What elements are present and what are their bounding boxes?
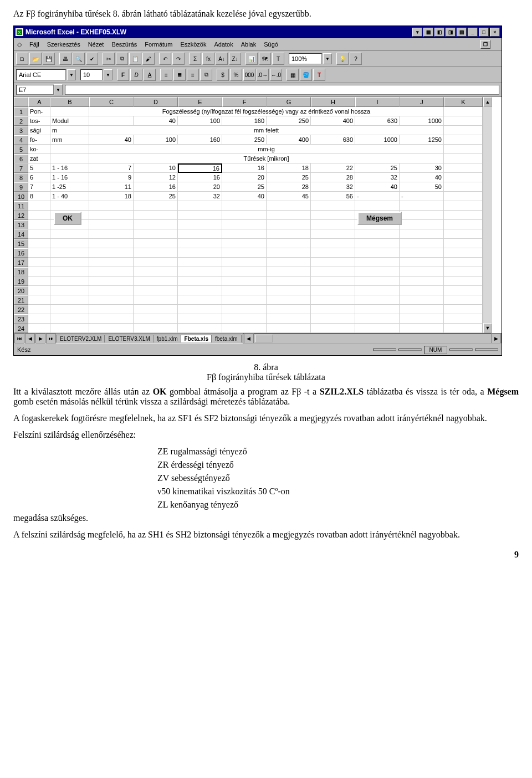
row-header-15[interactable]: 15 [14, 239, 28, 248]
cell-G23[interactable] [267, 314, 311, 324]
cell-A16[interactable] [28, 248, 50, 258]
cell-C24[interactable] [89, 324, 134, 333]
cell-F19[interactable] [222, 277, 267, 286]
cell-H4[interactable]: 630 [311, 135, 355, 145]
cell-B15[interactable] [50, 239, 89, 248]
menu-tools[interactable]: Eszközök [180, 41, 206, 48]
cell-J19[interactable] [400, 277, 444, 286]
row-header-14[interactable]: 14 [14, 229, 28, 239]
cell-D20[interactable] [134, 286, 178, 295]
cell-G8[interactable]: 25 [267, 173, 311, 182]
cell-F16[interactable] [222, 248, 267, 258]
cell-B22[interactable] [50, 305, 89, 314]
cell-F21[interactable] [222, 295, 267, 305]
cell-B23[interactable] [50, 314, 89, 324]
cell-J21[interactable] [400, 295, 444, 305]
cell-D22[interactable] [134, 305, 178, 314]
font-dropdown-icon[interactable]: ▼ [67, 69, 76, 80]
text-icon[interactable]: T [272, 53, 284, 65]
cell-C18[interactable] [89, 267, 134, 277]
cell-I11[interactable] [355, 201, 400, 211]
menu-data[interactable]: Adatok [214, 41, 233, 48]
cell-C12[interactable] [89, 211, 134, 220]
cell-B5[interactable] [50, 145, 89, 154]
row-header-12[interactable]: 12 [14, 211, 28, 220]
cell-I19[interactable] [355, 277, 400, 286]
cell-H19[interactable] [311, 277, 355, 286]
cell-C11[interactable] [89, 201, 134, 211]
comma-icon[interactable]: 000 [243, 69, 255, 81]
row-header-7[interactable]: 7 [14, 163, 28, 173]
cell-C5[interactable]: mm-ig [89, 145, 444, 154]
cell-K15[interactable] [444, 239, 483, 248]
cell-I10[interactable]: - [355, 192, 400, 201]
cell-I2[interactable]: 630 [355, 116, 400, 126]
cell-B1[interactable] [50, 107, 89, 116]
close-button[interactable]: × [490, 28, 500, 37]
cell-H21[interactable] [311, 295, 355, 305]
col-header-B[interactable]: B [50, 97, 89, 107]
menu-system-icon[interactable]: ◇ [17, 41, 22, 48]
cell-K8[interactable] [444, 173, 483, 182]
print-icon[interactable]: 🖶 [59, 53, 71, 65]
cell-I24[interactable] [355, 324, 400, 333]
cell-B18[interactable] [50, 267, 89, 277]
col-header-G[interactable]: G [267, 97, 311, 107]
menu-file[interactable]: Fájl [29, 41, 39, 48]
cell-A14[interactable] [28, 229, 50, 239]
cell-E7[interactable]: 16 [178, 163, 222, 173]
cell-C16[interactable] [89, 248, 134, 258]
hscroll-right-icon[interactable]: ▶ [491, 334, 501, 344]
cell-E23[interactable] [178, 314, 222, 324]
zoom-box[interactable]: 100% [289, 53, 322, 64]
cell-F17[interactable] [222, 258, 267, 267]
menu-insert[interactable]: Beszúrás [111, 41, 137, 48]
autosum-icon[interactable]: Σ [189, 53, 201, 65]
cell-J18[interactable] [400, 267, 444, 277]
open-icon[interactable]: 📂 [29, 53, 42, 65]
cell-A11[interactable] [28, 201, 50, 211]
col-header-F[interactable]: F [222, 97, 267, 107]
cell-E12[interactable] [178, 211, 222, 220]
cell-F9[interactable]: 25 [222, 182, 267, 192]
cell-I7[interactable]: 25 [355, 163, 400, 173]
row-header-18[interactable]: 18 [14, 267, 28, 277]
cell-C9[interactable]: 11 [89, 182, 134, 192]
cell-B10[interactable]: 1 - 40 [50, 192, 89, 201]
cell-G12[interactable] [267, 211, 311, 220]
row-header-4[interactable]: 4 [14, 135, 28, 145]
cell-J15[interactable] [400, 239, 444, 248]
font-size-box[interactable]: 10 [80, 69, 103, 80]
zoom-dropdown-icon[interactable]: ▼ [323, 53, 332, 64]
cell-C4[interactable]: 40 [89, 135, 134, 145]
cell-G18[interactable] [267, 267, 311, 277]
cell-J7[interactable]: 30 [400, 163, 444, 173]
format-painter-icon[interactable]: 🖌 [142, 53, 155, 65]
cell-A21[interactable] [28, 295, 50, 305]
cell-G15[interactable] [267, 239, 311, 248]
merge-center-icon[interactable]: ⧉ [200, 69, 212, 81]
cell-J12[interactable] [400, 211, 444, 220]
cell-J16[interactable] [400, 248, 444, 258]
ok-button[interactable]: OK [54, 212, 81, 225]
preview-icon[interactable]: 🔍 [73, 53, 85, 65]
row-header-23[interactable]: 23 [14, 314, 28, 324]
cell-H8[interactable]: 28 [311, 173, 355, 182]
cell-K11[interactable] [444, 201, 483, 211]
cell-A19[interactable] [28, 277, 50, 286]
sort-desc-icon[interactable]: Z↓ [229, 53, 241, 65]
cell-E17[interactable] [178, 258, 222, 267]
cell-J8[interactable]: 40 [400, 173, 444, 182]
cell-C15[interactable] [89, 239, 134, 248]
cell-H10[interactable]: 56 [311, 192, 355, 201]
formula-bar[interactable] [65, 85, 499, 95]
cell-F14[interactable] [222, 229, 267, 239]
redo-icon[interactable]: ↷ [172, 53, 185, 65]
cell-A1[interactable]: Pon- [28, 107, 50, 116]
menu-help[interactable]: Súgó [264, 41, 278, 48]
cell-F11[interactable] [222, 201, 267, 211]
cell-A2[interactable]: tos- [28, 116, 50, 126]
cell-J14[interactable] [400, 229, 444, 239]
cell-D2[interactable]: 40 [134, 116, 178, 126]
cell-K14[interactable] [444, 229, 483, 239]
